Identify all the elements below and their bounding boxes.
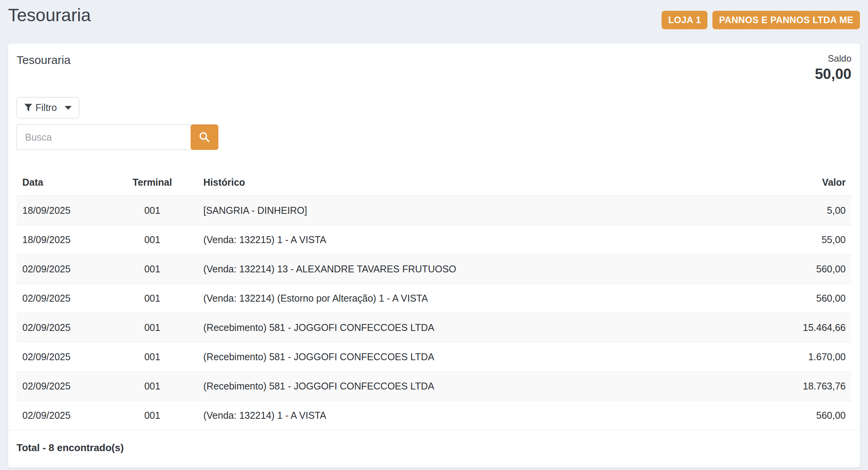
table-row: 02/09/2025 001 (Venda: 132214) 1 - A VIS… [17,401,851,430]
table-row: 02/09/2025 001 (Recebimento) 581 - JOGGO… [17,342,851,372]
saldo-value: 50,00 [815,65,851,83]
search-input[interactable] [17,124,192,150]
cell-data: 02/09/2025 [17,313,107,342]
cell-data: 02/09/2025 [17,284,107,313]
cell-data: 02/09/2025 [17,255,107,284]
search-icon [198,131,211,143]
cell-terminal: 001 [107,401,198,430]
cell-historico: (Recebimento) 581 - JOGGOFI CONFECCOES L… [198,372,717,401]
cell-terminal: 001 [107,342,198,372]
card-title: Tesouraria [17,53,70,83]
page-title: Tesouraria [8,4,91,26]
card-header: Tesouraria Saldo 50,00 [8,44,860,83]
column-header-terminal: Terminal [107,171,198,196]
header-badges: LOJA 1 PANNOS E PANNOS LTDA ME [662,11,860,29]
saldo-block: Saldo 50,00 [815,53,851,83]
search-row [17,124,851,150]
cell-historico: (Recebimento) 581 - JOGGOFI CONFECCOES L… [198,342,717,372]
table-row: 02/09/2025 001 (Recebimento) 581 - JOGGO… [17,313,851,342]
funnel-icon [24,104,32,112]
table-row: 02/09/2025 001 (Recebimento) 581 - JOGGO… [17,372,851,401]
cell-data: 02/09/2025 [17,342,107,372]
tesouraria-card: Tesouraria Saldo 50,00 Filtro [8,44,860,468]
table-row: 02/09/2025 001 (Venda: 132214) (Estorno … [17,284,851,313]
cell-historico: (Venda: 132214) 13 - ALEXANDRE TAVARES F… [198,255,717,284]
cell-terminal: 001 [107,313,198,342]
cell-historico: [SANGRIA - DINHEIRO] [198,196,717,225]
cell-historico: (Venda: 132214) (Estorno por Alteração) … [198,284,717,313]
cell-data: 02/09/2025 [17,372,107,401]
cell-terminal: 001 [107,372,198,401]
cell-valor: 5,00 [717,196,851,225]
cell-valor: 560,00 [717,255,851,284]
cell-valor: 560,00 [717,401,851,430]
cell-data: 02/09/2025 [17,401,107,430]
table-row: 18/09/2025 001 (Venda: 132215) 1 - A VIS… [17,225,851,255]
filter-row: Filtro [17,97,851,118]
cell-terminal: 001 [107,284,198,313]
cell-valor: 18.763,76 [717,372,851,401]
cell-historico: (Recebimento) 581 - JOGGOFI CONFECCOES L… [198,313,717,342]
filter-button[interactable]: Filtro [17,97,79,118]
company-badge[interactable]: PANNOS E PANNOS LTDA ME [712,11,860,29]
page: Tesouraria LOJA 1 PANNOS E PANNOS LTDA M… [0,0,868,468]
transactions-table: Data Terminal Histórico Valor 18/09/2025… [17,171,851,430]
column-header-data: Data [17,171,107,196]
cell-data: 18/09/2025 [17,225,107,255]
cell-terminal: 001 [107,255,198,284]
results-total: Total - 8 encontrado(s) [8,430,860,468]
search-button[interactable] [191,124,218,150]
table-row: 18/09/2025 001 [SANGRIA - DINHEIRO] 5,00 [17,196,851,225]
cell-valor: 15.464,66 [717,313,851,342]
cell-terminal: 001 [107,225,198,255]
table-row: 02/09/2025 001 (Venda: 132214) 13 - ALEX… [17,255,851,284]
cell-historico: (Venda: 132215) 1 - A VISTA [198,225,717,255]
cell-valor: 1.670,00 [717,342,851,372]
cell-terminal: 001 [107,196,198,225]
column-header-historico: Histórico [198,171,717,196]
cell-data: 18/09/2025 [17,196,107,225]
page-header: Tesouraria LOJA 1 PANNOS E PANNOS LTDA M… [8,4,860,29]
table-body: 18/09/2025 001 [SANGRIA - DINHEIRO] 5,00… [17,196,851,430]
chevron-down-icon [65,106,72,110]
store-badge[interactable]: LOJA 1 [662,11,707,29]
cell-valor: 560,00 [717,284,851,313]
table-header-row: Data Terminal Histórico Valor [17,171,851,196]
column-header-valor: Valor [717,171,851,196]
saldo-label: Saldo [815,53,851,64]
cell-historico: (Venda: 132214) 1 - A VISTA [198,401,717,430]
cell-valor: 55,00 [717,225,851,255]
filter-button-label: Filtro [35,102,57,113]
